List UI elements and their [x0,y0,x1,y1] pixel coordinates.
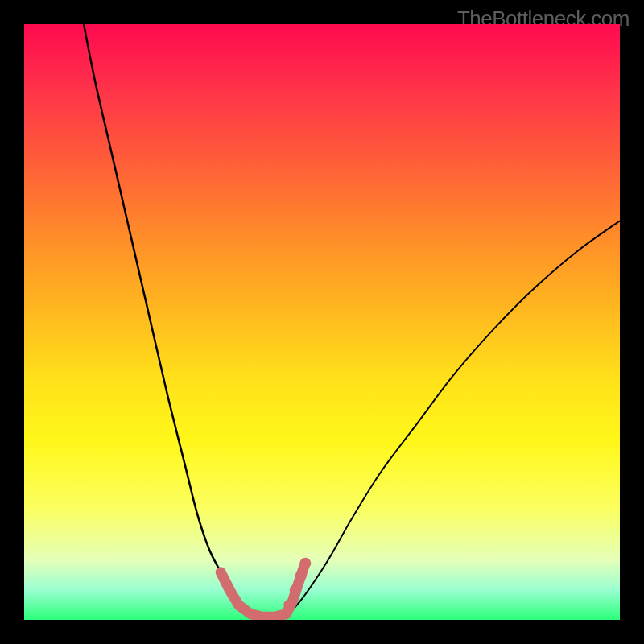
plot-area [24,24,620,620]
curve-right [287,221,620,617]
highlight-dot [290,584,301,596]
highlight-dot [283,600,295,611]
highlight-dot [295,570,307,581]
chart-frame: TheBottleneck.com [0,0,644,644]
chart-svg [24,24,620,620]
curve-left [84,24,250,617]
highlight-dot [299,558,311,569]
